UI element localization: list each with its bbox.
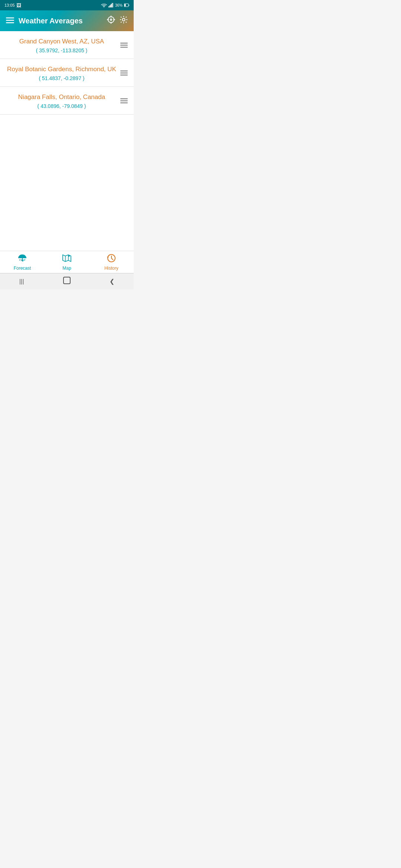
location-name-2: Royal Botanic Gardens, Richmond, UK <box>6 66 117 73</box>
svg-line-30 <box>21 260 22 261</box>
location-coords-2: ( 51.4837, -0.2897 ) <box>6 75 117 81</box>
system-nav-bar: ||| ❮ <box>0 273 134 289</box>
svg-rect-11 <box>6 22 14 23</box>
home-button[interactable] <box>63 276 71 286</box>
svg-rect-9 <box>6 17 14 19</box>
svg-line-31 <box>23 260 23 261</box>
status-time: 13:05 <box>4 3 15 7</box>
location-coords-3: ( 43.0896, -79.0849 ) <box>6 103 117 109</box>
battery-icon <box>124 3 129 7</box>
bottom-nav: Forecast Map History <box>0 251 134 273</box>
nav-forecast-label: Forecast <box>14 266 31 271</box>
location-coords-1: ( 35.9792, -113.8205 ) <box>6 47 117 53</box>
wifi-icon <box>101 3 107 7</box>
forecast-icon <box>17 253 27 264</box>
signal-icon <box>108 3 114 7</box>
list-item[interactable]: Royal Botanic Gardens, Richmond, UK ( 51… <box>0 59 134 87</box>
location-name-3: Niagara Falls, Ontario, Canada <box>6 93 117 101</box>
nav-map-label: Map <box>62 266 71 271</box>
status-bar: 13:05 🖼 36% <box>0 0 134 10</box>
location-icon[interactable] <box>107 16 115 26</box>
location-info-1: Grand Canyon West, AZ, USA ( 35.9792, -1… <box>6 38 117 53</box>
svg-rect-20 <box>120 45 128 46</box>
back-button[interactable]: ❮ <box>110 278 114 285</box>
svg-rect-21 <box>120 47 128 48</box>
status-photo-icon: 🖼 <box>16 3 21 8</box>
svg-rect-10 <box>6 20 14 21</box>
status-left: 13:05 🖼 <box>4 3 21 8</box>
svg-rect-3 <box>111 4 112 7</box>
history-icon <box>107 253 116 264</box>
svg-rect-4 <box>112 3 113 7</box>
svg-rect-25 <box>120 98 128 99</box>
page-title: Weather Averages <box>19 17 102 25</box>
location-info-2: Royal Botanic Gardens, Richmond, UK ( 51… <box>6 66 117 81</box>
nav-map[interactable]: Map <box>45 253 89 271</box>
nav-history[interactable]: History <box>89 253 134 271</box>
svg-rect-8 <box>124 4 126 6</box>
svg-rect-22 <box>120 70 128 72</box>
location-name-1: Grand Canyon West, AZ, USA <box>6 38 117 45</box>
svg-rect-5 <box>113 3 114 7</box>
list-item[interactable]: Niagara Falls, Ontario, Canada ( 43.0896… <box>0 87 134 115</box>
svg-point-13 <box>110 19 112 20</box>
location-info-3: Niagara Falls, Ontario, Canada ( 43.0896… <box>6 93 117 109</box>
svg-rect-24 <box>120 75 128 76</box>
toolbar: Weather Averages <box>0 10 134 31</box>
drag-handle-1[interactable] <box>117 42 128 49</box>
menu-icon[interactable] <box>6 16 14 26</box>
svg-point-12 <box>108 17 114 23</box>
battery-percent: 36% <box>115 3 123 7</box>
svg-line-29 <box>20 259 20 260</box>
map-icon <box>62 253 72 264</box>
svg-rect-1 <box>108 6 110 7</box>
svg-point-0 <box>104 7 104 7</box>
recent-apps-button[interactable]: ||| <box>19 278 24 285</box>
svg-rect-27 <box>120 102 128 103</box>
svg-rect-37 <box>63 277 70 284</box>
svg-point-18 <box>123 19 125 21</box>
location-list: Grand Canyon West, AZ, USA ( 35.9792, -1… <box>0 31 134 115</box>
svg-rect-2 <box>110 5 111 7</box>
svg-rect-7 <box>129 5 130 6</box>
drag-handle-2[interactable] <box>117 70 128 77</box>
settings-icon[interactable] <box>120 16 128 26</box>
svg-rect-23 <box>120 73 128 74</box>
svg-marker-36 <box>107 257 109 258</box>
svg-line-32 <box>25 259 25 260</box>
drag-handle-3[interactable] <box>117 98 128 105</box>
svg-rect-19 <box>120 43 128 44</box>
svg-rect-26 <box>120 101 128 102</box>
nav-forecast[interactable]: Forecast <box>0 253 45 271</box>
list-item[interactable]: Grand Canyon West, AZ, USA ( 35.9792, -1… <box>0 31 134 59</box>
nav-history-label: History <box>104 266 118 271</box>
status-right: 36% <box>101 3 129 7</box>
